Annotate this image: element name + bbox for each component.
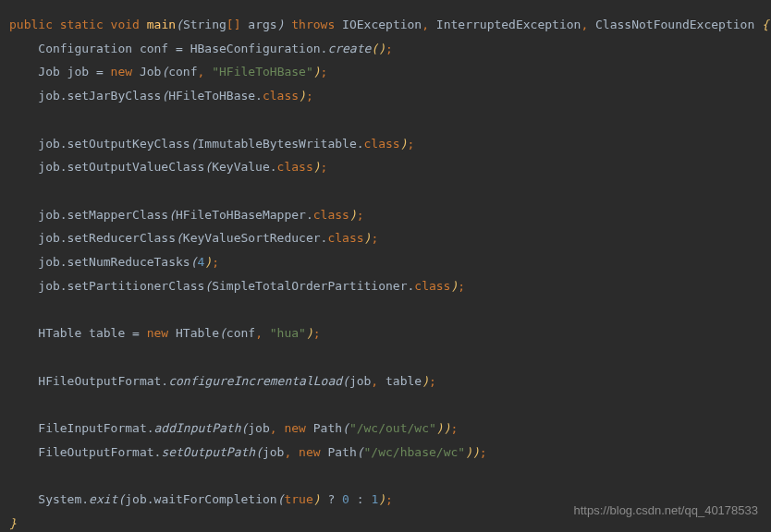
cls-mapper: HFileToHBaseMapper.: [176, 208, 313, 222]
comma: ,: [198, 65, 205, 79]
semi: ;: [458, 279, 465, 293]
paren: ): [313, 492, 321, 506]
kw-void: void: [111, 18, 140, 31]
ex-io: IOException: [342, 18, 422, 31]
comma: ,: [371, 374, 378, 388]
arg-conf: conf: [226, 326, 255, 340]
comma: ,: [270, 421, 277, 435]
cls-ibw: ImmutableBytesWritable.: [198, 137, 364, 151]
brace-close: }: [9, 516, 17, 530]
paren: ): [378, 492, 386, 506]
kw-new: new: [284, 421, 305, 435]
semi: ;: [386, 42, 393, 55]
paren: (): [371, 42, 386, 55]
paren: ): [465, 445, 472, 459]
kw-class: class: [327, 231, 363, 245]
paren: (: [255, 445, 263, 459]
paren: (: [168, 208, 176, 222]
paren: (: [357, 445, 364, 459]
m-create: create: [327, 42, 371, 55]
method-main: main: [147, 18, 176, 31]
paren: (: [176, 18, 183, 31]
comma: ,: [581, 18, 588, 31]
arg-conf: conf: [168, 65, 197, 79]
cls-kv: KeyValue.: [212, 160, 276, 174]
m-addinput: addInputPath: [154, 421, 241, 435]
line-fif: FileInputFormat.: [38, 421, 153, 435]
kw-new: new: [147, 326, 168, 340]
line-part: job.setPartitionerClass: [38, 279, 204, 293]
line-numreduce: job.setNumReduceTasks: [38, 255, 190, 269]
line-reducer: job.setReducerClass: [38, 231, 176, 245]
paren: (: [190, 255, 198, 269]
kw-true: true: [284, 492, 312, 506]
paren: ): [306, 326, 313, 340]
ternary-q: ?: [321, 492, 342, 506]
kw-static: static: [60, 18, 104, 31]
watermark: https://blog.csdn.net/qq_40178533: [574, 499, 759, 523]
line-jar: job.setJarByClass: [38, 89, 161, 103]
paren: ): [313, 160, 321, 174]
str-inpath: "/wc/out/wc": [349, 421, 436, 435]
param-args: args: [241, 18, 277, 31]
arg-job: job: [248, 421, 269, 435]
paren: ): [436, 421, 444, 435]
line-job-pre: Job job =: [38, 65, 110, 79]
str-hua: "hua": [270, 326, 306, 340]
semi: ;: [212, 255, 219, 269]
code-block: public static void main(String[] args) t…: [9, 13, 762, 532]
comma: ,: [255, 326, 263, 340]
comma: ,: [422, 18, 429, 31]
kw-class: class: [313, 208, 349, 222]
paren: (: [176, 231, 183, 245]
kw-class: class: [414, 279, 450, 293]
semi: ;: [408, 137, 415, 151]
kw-public: public: [9, 18, 53, 31]
ternary-c: :: [349, 492, 371, 506]
bracket: [: [226, 18, 234, 31]
line-hfof: HFileOutputFormat.: [38, 374, 168, 388]
brace-open: {: [762, 18, 769, 31]
m-setoutput: setOutputPath: [161, 445, 255, 459]
line-fof: FileOutputFormat.: [38, 445, 161, 459]
bracket: ]: [234, 18, 241, 31]
semi: ;: [371, 231, 378, 245]
m-exit: exit: [89, 492, 117, 506]
paren: (: [204, 160, 212, 174]
kw-class: class: [364, 137, 400, 151]
semi: ;: [306, 89, 313, 103]
type-string: String: [183, 18, 226, 31]
line-sys: System.: [38, 492, 89, 506]
cls-hfile: HFileToHBase.: [168, 89, 263, 103]
job-ctor: Job: [132, 65, 161, 79]
comma: ,: [284, 445, 291, 459]
paren: ): [400, 137, 408, 151]
semi: ;: [357, 208, 364, 222]
m-cil: configureIncrementalLoad: [168, 374, 342, 388]
ex-interrupted: InterruptedException: [436, 18, 581, 31]
kw-throws: throws: [291, 18, 335, 31]
semi: ;: [480, 445, 487, 459]
path-ctor: Path: [306, 421, 342, 435]
paren: ): [349, 208, 357, 222]
line-oval: job.setOutputValueClass: [38, 160, 204, 174]
kw-class: class: [277, 160, 313, 174]
kw-new: new: [299, 445, 320, 459]
line-mapper: job.setMapperClass: [38, 208, 168, 222]
num-0: 0: [342, 492, 349, 506]
semi: ;: [429, 374, 436, 388]
str-hfile: "HFileToHBase": [212, 65, 313, 79]
cls-reducer: KeyValueSortReducer.: [183, 231, 328, 245]
wait: job.waitForCompletion: [125, 492, 276, 506]
semi: ;: [386, 492, 393, 506]
paren: ): [299, 89, 306, 103]
arg-table: table: [386, 374, 422, 388]
arg-job: job: [263, 445, 284, 459]
paren: ): [472, 445, 480, 459]
paren: (: [190, 137, 198, 151]
semi: ;: [313, 326, 321, 340]
paren: ): [204, 255, 212, 269]
semi: ;: [450, 421, 458, 435]
arg-job: job: [349, 374, 371, 388]
paren: ): [313, 65, 321, 79]
